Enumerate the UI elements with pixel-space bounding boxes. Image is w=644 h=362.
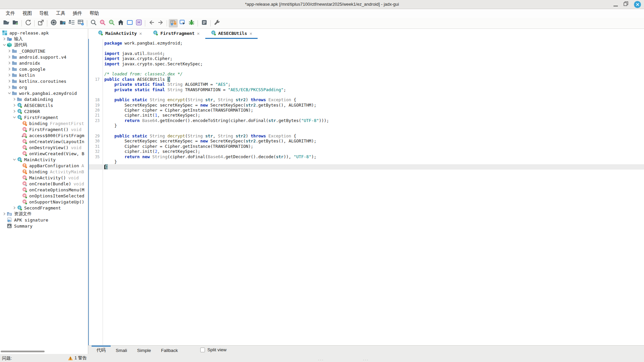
tree-horizontal-scrollbar[interactable] [1, 351, 45, 352]
tree-row[interactable]: fappBarConfigurationA [0, 163, 88, 169]
tree-row[interactable]: cFirstFragment [0, 114, 88, 120]
tree-row[interactable]: cSecondFragment [0, 205, 88, 211]
expander-icon[interactable] [7, 91, 12, 96]
tree-row[interactable]: fbindingFragmentFirst [0, 120, 88, 126]
forward-button[interactable] [156, 19, 165, 27]
tree-row[interactable]: fbindingActivityMainB [0, 169, 88, 175]
project-tree: app-release.apk输入源代码_COROUTINEandroid.su… [0, 29, 88, 229]
tree-row[interactable]: org [0, 84, 88, 90]
expander-icon[interactable] [12, 115, 17, 120]
view-tab-Simple[interactable]: Simple [132, 346, 156, 354]
expander-icon[interactable] [7, 85, 12, 89]
maximize-button[interactable] [624, 1, 628, 7]
menu-item-help[interactable]: 帮助 [86, 9, 103, 17]
open-file-button[interactable] [2, 19, 11, 27]
tab-close-icon[interactable]: × [197, 31, 200, 36]
menu-item-file[interactable]: 文件 [2, 9, 19, 17]
reload-button[interactable] [23, 19, 33, 27]
back-button[interactable] [147, 19, 156, 27]
expander-icon[interactable] [7, 73, 12, 77]
expander-icon[interactable] [12, 157, 17, 162]
svg-text:m: m [23, 200, 25, 203]
expander-icon[interactable] [2, 37, 7, 41]
debugger-button[interactable] [187, 19, 196, 27]
tree-row[interactable]: mMainActivity()void [0, 175, 88, 181]
expander-icon[interactable] [2, 43, 7, 47]
split-view-toggle[interactable]: Split view [200, 346, 226, 354]
tree-row[interactable]: Summary [0, 223, 88, 229]
tree-row[interactable]: monCreateOptionsMenu(M [0, 187, 88, 193]
log-viewer-button[interactable] [200, 19, 209, 27]
tree-row[interactable]: monCreate(Bundle)void [0, 181, 88, 187]
tree-row[interactable]: 源代码 [0, 42, 88, 48]
tree-row[interactable]: maccess$000(FirstFragm [0, 132, 88, 138]
tree-row[interactable]: com.google [0, 66, 88, 72]
menu-item-tools[interactable]: 工具 [52, 9, 69, 17]
deobfuscation-button[interactable] [169, 19, 178, 27]
split-view-checkbox[interactable] [200, 348, 205, 352]
menu-item-plugins[interactable]: 插件 [69, 9, 86, 17]
add-files-button[interactable] [11, 19, 20, 27]
tree-row[interactable]: monOptionsItemSelected [0, 193, 88, 199]
settings-button[interactable] [212, 19, 221, 27]
flat-packages-button[interactable] [58, 19, 67, 27]
tree-row[interactable]: android.support.v4 [0, 54, 88, 60]
tree-row[interactable]: kotlin [0, 72, 88, 78]
tree-row[interactable]: cC2896R [0, 108, 88, 114]
code-token: Exception [268, 133, 291, 138]
tree-row[interactable]: kotlinx.coroutines [0, 78, 88, 84]
class-search-button[interactable] [98, 19, 107, 27]
tree-row[interactable]: databinding [0, 96, 88, 102]
expander-icon[interactable] [2, 212, 7, 216]
warning-status[interactable]: 1 警告 [68, 355, 87, 361]
text-search-button[interactable] [89, 19, 98, 27]
tree-row[interactable]: work.pangbai.ezmydroid [0, 90, 88, 96]
tree-row[interactable]: cMainActivity [0, 157, 88, 163]
expander-icon[interactable] [12, 205, 17, 210]
heap-usage-button[interactable] [76, 19, 85, 27]
minimize-button[interactable] [613, 2, 618, 6]
expander-icon[interactable] [12, 97, 17, 102]
tab-MainActivity[interactable]: cMainActivity× [92, 29, 147, 39]
tree-row[interactable]: mFirstFragment()void [0, 126, 88, 132]
tab-AESECBUtils[interactable]: cAESECBUtils× [205, 29, 258, 39]
structure-view-button[interactable] [67, 19, 76, 27]
menu-item-view[interactable]: 视图 [19, 9, 36, 17]
tree-row[interactable]: monDestroyView()void [0, 144, 88, 150]
expander-icon[interactable] [7, 49, 12, 53]
comment-search-button[interactable] [107, 19, 116, 27]
view-tab-Fallback[interactable]: Fallback [156, 346, 183, 354]
expander-icon[interactable] [7, 55, 12, 59]
tree-row[interactable]: monSupportNavigateUp() [0, 199, 88, 205]
tree-row[interactable]: monViewCreated(View, B [0, 150, 88, 157]
tree-row[interactable]: _COROUTINE [0, 48, 88, 54]
tree-row[interactable]: cAESECBUtils [0, 102, 88, 108]
tree-row-label: onSupportNavigateUp() [29, 199, 84, 204]
tree-row[interactable]: androidx [0, 60, 88, 66]
tab-close-icon[interactable]: × [139, 31, 142, 36]
tree-row[interactable]: app-release.apk [0, 30, 88, 36]
menu-item-nav[interactable]: 导航 [36, 9, 52, 17]
open-frame-button[interactable] [125, 19, 134, 27]
tab-close-icon[interactable]: × [250, 31, 252, 36]
decompile-all-button[interactable] [49, 19, 58, 27]
expander-icon[interactable] [7, 61, 12, 65]
expander-icon[interactable] [7, 67, 12, 71]
tab-FirstFragment[interactable]: cFirstFragment× [147, 29, 205, 39]
view-tab-代码[interactable]: 代码 [92, 346, 111, 354]
tree-row[interactable]: monCreateView(LayoutIn [0, 138, 88, 144]
code-token: ; [228, 82, 231, 87]
tree-row[interactable]: 输入 [0, 36, 88, 42]
expander-icon[interactable] [12, 103, 17, 108]
tree-row[interactable]: APK signature [0, 217, 88, 223]
inspector-button[interactable] [178, 19, 187, 27]
expander-icon[interactable] [12, 109, 17, 114]
main-activity-button[interactable] [116, 19, 125, 27]
code-area[interactable]: package work.pangbai.ezmydroid;import ja… [88, 39, 644, 345]
expander-icon[interactable] [7, 79, 12, 83]
export-button[interactable] [36, 19, 45, 27]
memory-map-button[interactable]: M [134, 19, 143, 27]
tree-row[interactable]: 资源文件 [0, 211, 88, 217]
close-button[interactable] [634, 1, 641, 8]
view-tab-Smali[interactable]: Smali [111, 346, 132, 354]
